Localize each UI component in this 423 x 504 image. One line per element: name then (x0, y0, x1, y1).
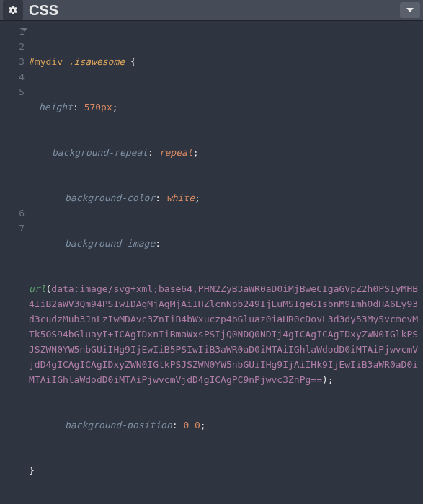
property-token: background-position (65, 420, 172, 430)
line-number: 2 (0, 39, 25, 54)
code-line: background-image: (29, 236, 419, 251)
number-token: 0 (195, 420, 200, 430)
property-token: height (39, 102, 73, 112)
line-number (0, 175, 25, 190)
line-number: 7 (0, 221, 25, 236)
settings-button[interactable] (3, 0, 23, 20)
code-line: #mydiv .isawesome { (29, 54, 419, 69)
chevron-down-icon (406, 8, 414, 12)
selector-token: #mydiv (29, 56, 68, 67)
editor-header: CSS (0, 0, 423, 21)
code-line-wrap: url(data:image/svg+xml;base64,PHN2ZyB3aW… (29, 281, 419, 387)
line-number (0, 160, 25, 175)
punct-token: } (29, 465, 35, 476)
fold-icon[interactable] (22, 28, 27, 32)
value-token: white (166, 193, 195, 203)
line-number: 5 (0, 84, 25, 100)
string-token: data:image/svg+xml;base64,PHN2ZyB3aWR0aD… (29, 283, 418, 385)
number-token: 570px (84, 102, 112, 112)
code-line: } (29, 463, 419, 478)
line-gutter: 1 2 3 4 5 6 7 (0, 24, 29, 504)
code-area[interactable]: #mydiv .isawesome { height: 570px; backg… (29, 24, 423, 504)
collapse-button[interactable] (400, 2, 420, 18)
line-number (0, 145, 25, 160)
value-token: repeat (159, 147, 193, 158)
line-number (0, 100, 25, 115)
property-token: background-repeat (52, 147, 148, 158)
line-number (0, 130, 25, 145)
line-number: 3 (0, 54, 25, 69)
line-number (0, 190, 25, 205)
code-line: height: 570px; (29, 100, 419, 115)
property-token: background-color (65, 193, 155, 203)
code-editor[interactable]: 1 2 3 4 5 6 7 #mydiv .isawesome { height… (0, 21, 423, 504)
line-number: 6 (0, 205, 25, 221)
property-token: background-image (65, 238, 155, 249)
code-line: background-position: 0 0; (29, 417, 419, 433)
class-token: .isawesome (68, 56, 125, 67)
punct-token: { (125, 56, 136, 67)
gear-icon (8, 5, 18, 15)
code-line: background-repeat: repeat; (29, 145, 419, 160)
panel-title: CSS (29, 2, 400, 19)
function-token: url (29, 283, 45, 294)
line-number: 4 (0, 69, 25, 84)
code-line: background-color: white; (29, 190, 419, 205)
line-number (0, 115, 25, 130)
line-number: 1 (0, 24, 25, 39)
